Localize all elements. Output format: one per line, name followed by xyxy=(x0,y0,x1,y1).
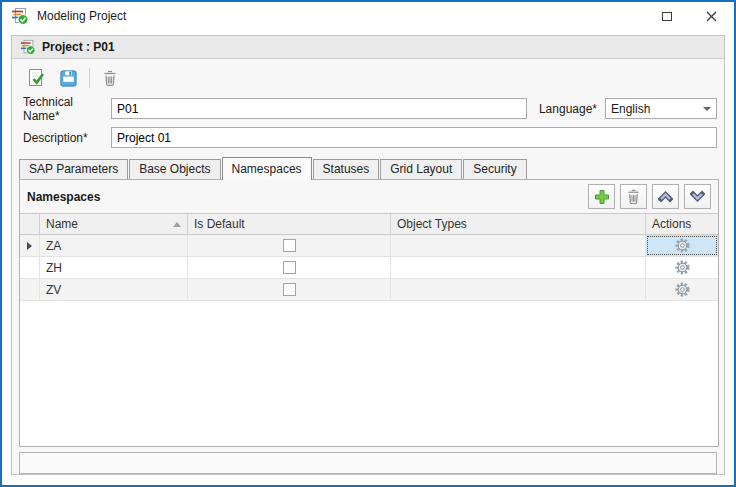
column-header-actions[interactable]: Actions xyxy=(646,214,718,234)
form-row-technical-name: Technical Name* Language* English xyxy=(23,98,717,119)
tab-statuses[interactable]: Statuses xyxy=(313,159,380,179)
row-indicator-header xyxy=(20,214,40,234)
gear-icon xyxy=(674,281,691,298)
namespaces-panel: Namespaces xyxy=(19,179,719,447)
is-default-cell xyxy=(188,235,391,256)
sort-ascending-icon xyxy=(173,222,181,227)
namespaces-grid: Name Is Default Object Types Actions ZA xyxy=(20,213,718,446)
column-header-is-default[interactable]: Is Default xyxy=(188,214,391,234)
tab-security[interactable]: Security xyxy=(463,159,526,179)
language-value: English xyxy=(611,102,703,116)
delete-namespace-button[interactable] xyxy=(620,184,647,209)
toolbar-separator xyxy=(89,68,90,88)
move-up-button[interactable] xyxy=(652,184,679,209)
chevron-down-icon xyxy=(703,107,711,111)
project-icon xyxy=(20,39,36,55)
tab-strip: SAP ParametersBase ObjectsNamespacesStat… xyxy=(17,157,719,179)
row-indicator-cell xyxy=(20,235,40,256)
close-icon xyxy=(706,11,717,22)
is-default-checkbox[interactable] xyxy=(283,239,296,252)
is-default-cell xyxy=(188,279,391,300)
validate-document-icon xyxy=(26,68,46,88)
gear-icon xyxy=(674,237,691,254)
project-groupbox: Project : P01 xyxy=(11,35,725,475)
move-down-icon xyxy=(690,190,705,203)
table-row[interactable]: ZV xyxy=(20,279,718,301)
tab-namespaces[interactable]: Namespaces xyxy=(222,157,312,180)
project-body: Technical Name* Language* English Descri… xyxy=(12,59,724,478)
is-default-cell xyxy=(188,257,391,278)
technical-name-input[interactable] xyxy=(111,98,527,119)
form-row-description: Description* xyxy=(23,127,717,148)
name-cell: ZV xyxy=(40,279,188,300)
save-button[interactable] xyxy=(55,65,81,91)
language-select[interactable]: English xyxy=(605,98,717,119)
window-title: Modeling Project xyxy=(37,9,126,23)
dialog-content: Project : P01 xyxy=(2,30,734,485)
object-types-cell xyxy=(391,279,646,300)
move-down-button[interactable] xyxy=(684,184,711,209)
add-namespace-button[interactable] xyxy=(588,184,615,209)
description-label: Description* xyxy=(23,131,111,145)
column-header-object-types[interactable]: Object Types xyxy=(391,214,646,234)
table-row[interactable]: ZH xyxy=(20,257,718,279)
grid-body: ZA ZH xyxy=(20,235,718,446)
tab-grid-layout[interactable]: Grid Layout xyxy=(380,159,462,179)
name-cell: ZA xyxy=(40,235,188,256)
namespaces-panel-header: Namespaces xyxy=(20,180,718,213)
actions-cell xyxy=(646,279,718,300)
actions-gear-button[interactable] xyxy=(674,259,691,276)
gear-icon xyxy=(674,259,691,276)
column-header-name[interactable]: Name xyxy=(40,214,188,234)
maximize-button[interactable] xyxy=(644,2,689,30)
technical-name-label: Technical Name* xyxy=(23,95,111,123)
delete-icon xyxy=(101,69,119,87)
object-types-cell xyxy=(391,257,646,278)
language-label: Language* xyxy=(539,102,597,116)
delete-icon xyxy=(625,188,642,205)
add-icon xyxy=(594,189,610,205)
project-header: Project : P01 xyxy=(12,36,724,59)
tab-sap-parameters[interactable]: SAP Parameters xyxy=(19,159,128,179)
project-title: Project : P01 xyxy=(42,40,115,54)
titlebar: Modeling Project xyxy=(2,2,734,30)
delete-button[interactable] xyxy=(97,65,123,91)
actions-cell xyxy=(646,257,718,278)
row-selector-arrow-icon xyxy=(27,242,32,250)
close-button[interactable] xyxy=(689,2,734,30)
row-indicator-cell xyxy=(20,279,40,300)
modeling-project-icon xyxy=(11,7,29,25)
move-up-icon xyxy=(658,190,673,203)
is-default-checkbox[interactable] xyxy=(283,283,296,296)
maximize-icon xyxy=(662,12,672,21)
validate-button[interactable] xyxy=(23,65,49,91)
save-icon xyxy=(59,69,78,88)
row-indicator-cell xyxy=(20,257,40,278)
is-default-checkbox[interactable] xyxy=(283,261,296,274)
description-input[interactable] xyxy=(111,127,717,148)
object-types-cell xyxy=(391,235,646,256)
modeling-project-dialog: Modeling Project Project : P01 xyxy=(0,0,736,487)
toolbar xyxy=(17,62,719,94)
namespaces-title: Namespaces xyxy=(27,190,583,204)
tab-base-objects[interactable]: Base Objects xyxy=(129,159,220,179)
empty-footer-panel xyxy=(19,452,717,474)
grid-header: Name Is Default Object Types Actions xyxy=(20,214,718,235)
actions-cell xyxy=(646,235,718,256)
table-row[interactable]: ZA xyxy=(20,235,718,257)
name-cell: ZH xyxy=(40,257,188,278)
actions-gear-button[interactable] xyxy=(674,237,691,254)
actions-gear-button[interactable] xyxy=(674,281,691,298)
